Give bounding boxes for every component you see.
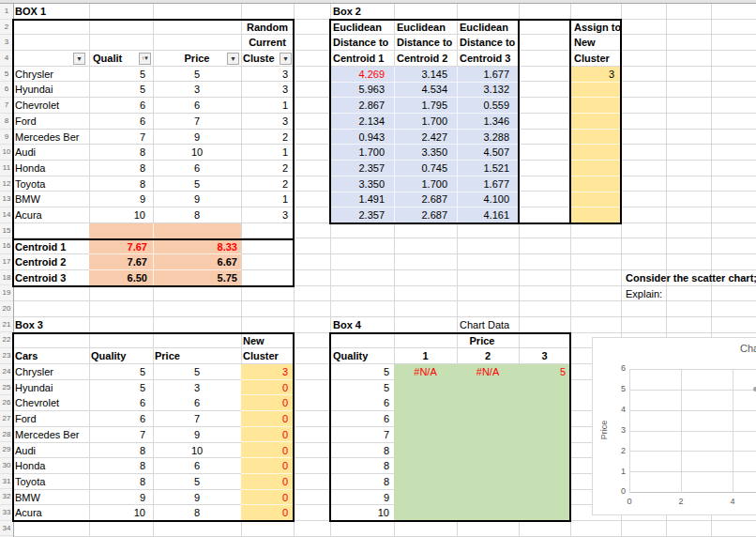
row-header-gutter[interactable]: 1234567891011121314151617181920212223242… (0, 4, 13, 537)
cell[interactable]: 8 (330, 443, 394, 459)
cell[interactable]: 1.795 (394, 98, 457, 114)
cell[interactable]: 8 (89, 474, 153, 490)
box1-current-label[interactable]: Current (241, 35, 294, 51)
row-header-28[interactable]: 28 (0, 427, 13, 443)
centroid-label[interactable]: Centroid 2 (13, 254, 89, 270)
cell[interactable] (241, 270, 294, 286)
cell[interactable] (519, 427, 570, 443)
cell[interactable]: Acura (13, 207, 89, 223)
filter-dropdown-icon[interactable]: ▼ (280, 53, 292, 65)
cell[interactable]: 8 (89, 176, 153, 192)
cell[interactable] (457, 490, 519, 506)
cell[interactable]: 4.100 (457, 192, 519, 207)
column-header[interactable]: Quality (89, 348, 153, 364)
cell[interactable]: 1.700 (330, 145, 394, 161)
cell[interactable]: 1.677 (457, 67, 519, 83)
table-row[interactable]: 2.8671.7950.559 (330, 98, 621, 114)
cell[interactable]: 9 (89, 192, 153, 207)
cell[interactable] (570, 114, 621, 130)
cell[interactable] (394, 505, 457, 521)
cell[interactable] (241, 239, 294, 255)
cell[interactable]: 5 (89, 67, 153, 83)
cell[interactable]: 2 (241, 161, 294, 176)
table-row[interactable]: 5#N/A#N/A5 (330, 364, 570, 380)
row-header-24[interactable]: 24 (0, 364, 13, 380)
table-row[interactable]: Chrysler553 (13, 67, 294, 83)
cell[interactable]: Honda (13, 161, 89, 176)
cell[interactable]: 1 (241, 98, 294, 114)
cell[interactable]: 10 (153, 443, 241, 459)
cell[interactable] (457, 380, 519, 396)
cell[interactable]: 2.687 (394, 192, 457, 207)
cell[interactable]: 4.507 (457, 145, 519, 161)
table-row[interactable]: Hyundai533 (13, 82, 294, 98)
column-header[interactable]: Distance to (457, 35, 519, 51)
cell[interactable]: Acura (13, 505, 89, 521)
table-row[interactable]: 8 (330, 458, 570, 474)
cell[interactable]: Mercedes Ber (13, 130, 89, 146)
cell[interactable]: 8.33 (153, 239, 241, 255)
table-row[interactable]: 10 (330, 505, 570, 521)
column-header[interactable]: Assign to (570, 20, 621, 36)
cell[interactable] (519, 145, 570, 161)
cell[interactable]: 0 (241, 474, 294, 490)
cell[interactable]: 8 (153, 505, 241, 521)
cell[interactable] (570, 98, 621, 114)
cell[interactable]: Audi (13, 443, 89, 459)
cell[interactable]: 3 (153, 82, 241, 98)
cell[interactable]: BMW (13, 192, 89, 207)
cell[interactable]: 3.132 (457, 82, 519, 98)
row-header-20[interactable]: 20 (0, 301, 13, 317)
table-row[interactable]: 0.9432.4273.288 (330, 130, 621, 146)
cell[interactable]: 2.687 (394, 207, 457, 223)
table-row[interactable]: 3.3501.7001.677 (330, 176, 621, 192)
table-row[interactable]: BMW990 (13, 490, 294, 506)
column-header[interactable]: 1 (394, 348, 457, 364)
cell[interactable]: 5 (330, 380, 394, 396)
cell[interactable]: 2.134 (330, 114, 394, 130)
cell[interactable]: 1 (241, 145, 294, 161)
cell[interactable] (519, 51, 570, 67)
cell[interactable] (457, 443, 519, 459)
cell[interactable] (457, 427, 519, 443)
cell[interactable]: 6.67 (153, 254, 241, 270)
row-header-15[interactable]: 15 (0, 223, 13, 239)
cell[interactable] (519, 114, 570, 130)
table-row[interactable]: 4.2693.1451.6773 (330, 67, 621, 83)
cell[interactable]: 8 (89, 443, 153, 459)
row-header-13[interactable]: 13 (0, 192, 13, 207)
cell[interactable]: 10 (153, 145, 241, 161)
cell[interactable]: 5 (330, 364, 394, 380)
cell[interactable]: 9 (153, 490, 241, 506)
cell[interactable]: 2.357 (330, 207, 394, 223)
cell[interactable]: 0.745 (394, 161, 457, 176)
table-row[interactable]: BMW991 (13, 192, 294, 207)
cell[interactable]: 9 (89, 490, 153, 506)
box2-title[interactable]: Box 2 (333, 4, 446, 20)
cell[interactable] (394, 490, 457, 506)
cell[interactable] (570, 82, 621, 98)
table-row[interactable]: Toyota852 (13, 176, 294, 192)
cell[interactable]: 7.67 (89, 254, 153, 270)
cell[interactable]: Ford (13, 411, 89, 427)
table-row[interactable]: Acura1080 (13, 505, 294, 521)
cell[interactable]: 0 (241, 443, 294, 459)
cell[interactable]: 3 (241, 82, 294, 98)
cell[interactable]: 7 (89, 130, 153, 146)
cell[interactable]: 1.491 (330, 192, 394, 207)
cell[interactable] (519, 35, 570, 51)
box3-title[interactable]: Box 3 (15, 317, 128, 333)
table-row[interactable]: Mercedes Ber792 (13, 130, 294, 146)
cell[interactable]: 6 (330, 411, 394, 427)
cell[interactable] (570, 161, 621, 176)
cell[interactable]: Ford (13, 114, 89, 130)
cell[interactable] (519, 176, 570, 192)
cell[interactable]: 10 (330, 505, 394, 521)
table-row[interactable]: Ford673 (13, 114, 294, 130)
row-header-12[interactable]: 12 (0, 176, 13, 192)
cell[interactable]: Hyundai (13, 82, 89, 98)
cell[interactable] (457, 505, 519, 521)
cell[interactable]: 1.677 (457, 176, 519, 192)
box1-quality-header[interactable]: Qualit (89, 51, 140, 67)
row-header-2[interactable]: 2 (0, 20, 13, 36)
